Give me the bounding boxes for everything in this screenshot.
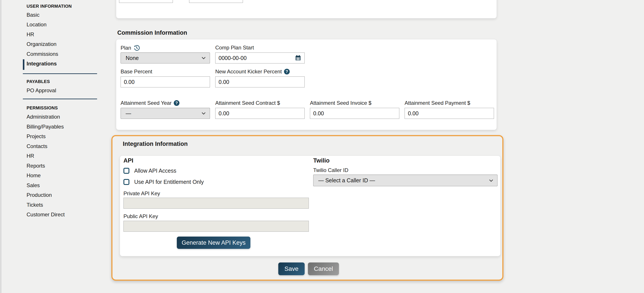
seed-year-select[interactable]: — <box>120 108 210 119</box>
sidebar-item-po-approval[interactable]: PO Approval <box>23 86 98 95</box>
chevron-down-icon <box>202 56 206 60</box>
cancel-button[interactable]: Cancel <box>308 262 339 275</box>
twilio-subheading: Twilio <box>313 157 330 164</box>
help-icon[interactable]: ? <box>284 69 290 74</box>
entitlement-only-checkbox[interactable] <box>124 179 129 185</box>
commission-section-heading: Commission Information <box>117 30 187 36</box>
seed-contract-input[interactable]: 0.00 <box>215 108 305 119</box>
seed-invoice-label: Attainment Seed Invoice $ <box>310 100 372 106</box>
sidebar-item-hr-permissions[interactable]: HR <box>23 151 98 161</box>
public-api-key-input <box>124 221 309 232</box>
base-percent-label: Base Percent <box>120 68 152 75</box>
sidebar-item-location[interactable]: Location <box>23 20 98 30</box>
sidebar-item-tickets[interactable]: Tickets <box>23 200 98 210</box>
seed-year-label: Attainment Seed Year ? <box>120 100 180 106</box>
sidebar-item-customer-direct[interactable]: Customer Direct <box>23 210 98 220</box>
calendar-icon <box>164 0 170 0</box>
private-api-key-input <box>124 198 309 209</box>
previous-section-panel <box>116 0 497 18</box>
calendar-icon <box>234 0 240 0</box>
base-percent-input[interactable]: 0.00 <box>120 76 210 88</box>
entitlement-only-label: Use API for Entitlement Only <box>134 179 204 185</box>
history-clock-icon <box>133 44 140 51</box>
window-edge-line <box>0 0 2 293</box>
integrations-settings-page: USER INFORMATION Basic Location HR Organ… <box>0 0 644 293</box>
settings-sidebar: USER INFORMATION Basic Location HR Organ… <box>23 0 98 222</box>
sidebar-item-commissions[interactable]: Commissions <box>23 49 98 59</box>
seed-contract-label: Attainment Seed Contract $ <box>215 100 280 106</box>
entitlement-only-checkbox-row[interactable]: Use API for Entitlement Only <box>124 179 204 185</box>
kicker-percent-input[interactable]: 0.00 <box>215 76 305 88</box>
integration-highlight-outline: Integration Information API Allow API Ac… <box>111 135 504 281</box>
private-api-key-label: Private API Key <box>124 190 160 196</box>
sidebar-item-projects[interactable]: Projects <box>23 132 98 141</box>
seed-payment-label: Attainment Seed Payment $ <box>404 100 470 106</box>
api-subheading: API <box>124 157 133 164</box>
chevron-down-icon <box>202 112 206 115</box>
sidebar-header-user-information: USER INFORMATION <box>23 1 98 11</box>
allow-api-access-checkbox-row[interactable]: Allow API Access <box>124 168 176 174</box>
kicker-percent-label: New Account Kicker Percent ? <box>215 68 290 75</box>
public-api-key-label: Public API Key <box>124 213 158 220</box>
sidebar-item-organization[interactable]: Organization <box>23 39 98 49</box>
twilio-caller-id-label: Twilio Caller ID <box>313 167 348 173</box>
cutoff-date-field-2[interactable] <box>189 0 243 3</box>
twilio-caller-id-select[interactable]: — Select a Caller ID — <box>313 174 498 186</box>
sidebar-item-sales[interactable]: Sales <box>23 180 98 190</box>
plan-select-value: None <box>126 55 202 61</box>
allow-api-access-label: Allow API Access <box>134 168 176 174</box>
comp-plan-start-label: Comp Plan Start <box>215 44 254 51</box>
sidebar-item-basic[interactable]: Basic <box>23 10 98 20</box>
sidebar-item-billing-payables[interactable]: Billing/Payables <box>23 122 98 132</box>
allow-api-access-checkbox[interactable] <box>124 168 129 174</box>
calendar-icon[interactable] <box>295 55 301 61</box>
twilio-caller-id-value: — Select a Caller ID — <box>318 177 489 184</box>
seed-payment-input[interactable]: 0.00 <box>404 108 494 119</box>
sidebar-item-integrations[interactable]: Integrations <box>23 59 98 68</box>
save-button[interactable]: Save <box>278 262 305 275</box>
sidebar-item-reports[interactable]: Reports <box>23 161 98 171</box>
comp-plan-start-value: 0000-00-00 <box>218 55 295 61</box>
plan-label: Plan <box>120 44 140 51</box>
sidebar-divider <box>23 98 97 99</box>
sidebar-item-hr[interactable]: HR <box>23 30 98 39</box>
seed-invoice-input[interactable]: 0.00 <box>310 108 399 119</box>
commission-panel: Plan None Comp Plan Start 0000-00-00 <box>116 39 497 130</box>
cutoff-date-field-1[interactable] <box>119 0 173 3</box>
generate-api-keys-button[interactable]: Generate New API Keys <box>177 236 250 249</box>
sidebar-header-payables: PAYABLES <box>23 77 98 86</box>
sidebar-item-production[interactable]: Production <box>23 190 98 200</box>
seed-year-value: — <box>126 110 202 117</box>
chevron-down-icon <box>489 179 493 182</box>
integration-section-heading: Integration Information <box>123 140 188 148</box>
integration-panel: API Allow API Access Use API for Entitle… <box>120 156 500 256</box>
sidebar-divider <box>23 73 97 74</box>
help-icon[interactable]: ? <box>174 100 180 106</box>
sidebar-item-contacts[interactable]: Contacts <box>23 142 98 151</box>
plan-select[interactable]: None <box>120 52 210 64</box>
sidebar-item-home[interactable]: Home <box>23 171 98 180</box>
sidebar-item-administration[interactable]: Administration <box>23 112 98 122</box>
comp-plan-start-input[interactable]: 0000-00-00 <box>215 52 305 64</box>
sidebar-header-permissions: PERMISSIONS <box>23 103 98 113</box>
